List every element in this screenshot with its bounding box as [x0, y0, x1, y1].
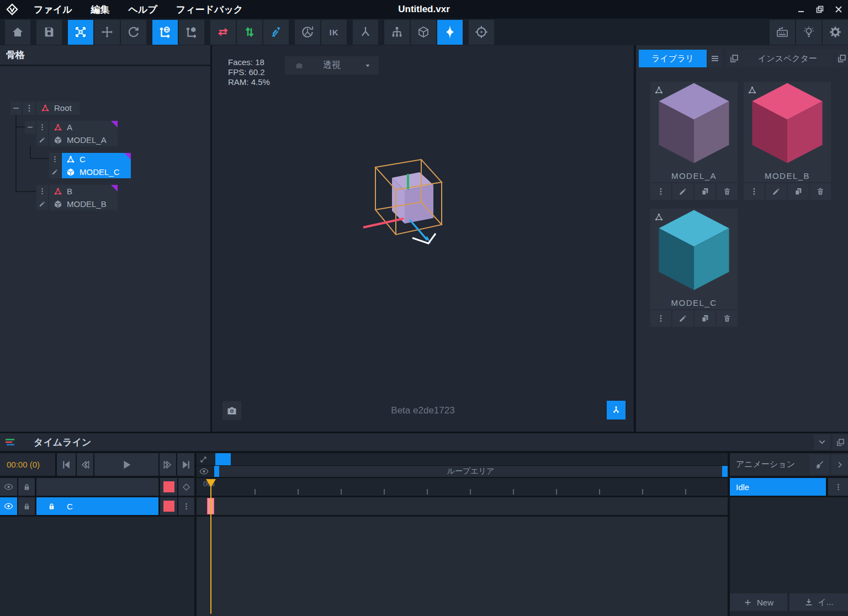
mirror-z-button[interactable] — [263, 20, 289, 45]
new-animation-button[interactable]: New — [730, 593, 787, 611]
master-track-color[interactable] — [160, 478, 177, 496]
menu-help[interactable]: ヘルプ — [119, 0, 167, 19]
inspector-popout-button[interactable] — [835, 50, 848, 67]
tree-node-c-selected[interactable]: C MODEL_C — [62, 153, 131, 178]
viewport-3d[interactable]: Faces: 18 FPS: 60.2 RAM: 4.5% 透視 Beta — [212, 45, 634, 432]
timeline-loop-track[interactable]: ループエリア — [197, 466, 729, 477]
master-track-name[interactable] — [36, 478, 158, 496]
tree-collapse-a[interactable] — [25, 121, 35, 134]
timeline-zoom-track[interactable] — [197, 453, 729, 465]
tree-drag-root[interactable] — [23, 102, 35, 115]
item-more-button[interactable] — [744, 183, 765, 200]
skip-to-start-button[interactable] — [57, 453, 76, 476]
animation-next-button[interactable] — [831, 454, 848, 475]
item-more-button[interactable] — [650, 183, 671, 200]
playhead-handle[interactable] — [206, 479, 216, 487]
global-axis-button[interactable] — [152, 20, 178, 45]
library-popout-button[interactable] — [727, 50, 741, 67]
wireframe-cube-button[interactable] — [411, 20, 436, 45]
item-duplicate-button[interactable] — [695, 183, 716, 200]
track-c-lane[interactable] — [197, 497, 729, 515]
loop-end-handle[interactable] — [722, 466, 728, 477]
previous-keyframe-button[interactable] — [77, 453, 93, 476]
tree-drag-a[interactable] — [36, 121, 48, 134]
item-edit-button[interactable] — [672, 310, 693, 327]
restore-button[interactable] — [810, 0, 829, 19]
library-item-model-c[interactable]: MODEL_C — [650, 208, 738, 327]
tree-drag-c[interactable] — [49, 153, 61, 166]
import-animation-button[interactable]: イ... — [789, 593, 848, 611]
item-delete-button[interactable] — [810, 183, 831, 200]
timeline-grid-empty[interactable] — [197, 517, 729, 616]
timeline-popout-button[interactable] — [833, 434, 848, 450]
move-tool-button[interactable] — [94, 20, 120, 45]
rig-button[interactable] — [384, 20, 410, 45]
camera-mode-dropdown[interactable]: 透視 — [285, 56, 379, 75]
track-c-color[interactable] — [160, 497, 177, 515]
target-button[interactable] — [469, 20, 494, 45]
tree-node-root[interactable]: Root — [36, 102, 80, 115]
import-animation-label: イ... — [818, 597, 834, 608]
local-axis-button[interactable] — [179, 20, 204, 45]
settings-button[interactable] — [823, 20, 848, 45]
tree-drag-b[interactable] — [36, 185, 48, 198]
master-visibility-toggle[interactable] — [0, 478, 17, 496]
item-edit-button[interactable] — [766, 183, 787, 200]
master-lock-toggle[interactable] — [18, 478, 35, 496]
next-keyframe-button[interactable] — [160, 453, 176, 476]
clip-more-button[interactable] — [828, 478, 848, 496]
menu-edit[interactable]: 編集 — [82, 0, 119, 19]
loop-start-handle[interactable] — [214, 466, 219, 477]
add-keyframe-button[interactable] — [178, 478, 194, 496]
save-button[interactable] — [36, 20, 62, 45]
item-duplicate-button[interactable] — [788, 183, 809, 200]
tree-edit-a[interactable] — [36, 134, 48, 146]
tab-library[interactable]: ライブラリ — [639, 50, 707, 67]
tree-edit-c[interactable] — [49, 166, 61, 178]
play-button[interactable] — [94, 453, 158, 476]
menu-file[interactable]: ファイル — [24, 0, 82, 19]
home-button[interactable] — [5, 20, 30, 45]
mirror-y-button[interactable] — [237, 20, 262, 45]
library-item-model-a[interactable]: MODEL_A — [650, 81, 738, 200]
tree-node-b[interactable]: B MODEL_B — [49, 185, 118, 210]
bone-node-icon — [54, 123, 62, 132]
animation-clip-idle[interactable]: Idle — [730, 478, 826, 496]
library-menu-button[interactable] — [708, 50, 722, 67]
tree-edit-b[interactable] — [36, 198, 48, 210]
menu-feedback[interactable]: フィードバック — [167, 0, 252, 19]
rotate-tool-button[interactable] — [121, 20, 146, 45]
show-skeleton-button[interactable] — [607, 401, 626, 419]
scale-tool-button[interactable] — [68, 20, 93, 45]
library-item-model-b[interactable]: MODEL_B — [744, 81, 831, 200]
tab-inspector[interactable]: インスペクター — [741, 50, 834, 67]
track-c-lock-toggle[interactable] — [18, 497, 35, 515]
close-button[interactable] — [829, 0, 848, 19]
keyboard-shortcuts-button[interactable] — [770, 20, 795, 45]
item-more-button[interactable] — [650, 310, 671, 327]
track-c-row[interactable]: C — [36, 497, 158, 515]
minimize-button[interactable] — [792, 0, 810, 19]
model-name-label: MODEL_C — [650, 298, 738, 307]
zoom-handle[interactable] — [215, 453, 231, 465]
timeline-ruler[interactable]: 00s — [197, 478, 729, 496]
timeline-collapse-button[interactable] — [814, 434, 830, 450]
skip-to-end-button[interactable] — [177, 453, 194, 476]
theme-light-button[interactable] — [796, 20, 822, 45]
track-c-visibility-toggle[interactable] — [0, 497, 17, 515]
orbit-reset-button[interactable] — [295, 20, 320, 45]
item-delete-button[interactable] — [717, 183, 738, 200]
tree-collapse-root[interactable] — [10, 102, 22, 115]
track-c-more-button[interactable] — [178, 497, 194, 515]
mirror-x-button[interactable] — [210, 20, 236, 45]
ik-tool-button[interactable]: IK — [321, 20, 347, 45]
tree-node-a[interactable]: A MODEL_A — [49, 121, 118, 146]
item-edit-button[interactable] — [672, 183, 693, 200]
mirror-z-icon — [269, 25, 283, 39]
item-delete-button[interactable] — [717, 310, 738, 327]
loop-area[interactable]: ループエリア — [219, 466, 722, 477]
clean-animation-button[interactable] — [809, 454, 829, 475]
sparkle-tool-button[interactable] — [437, 20, 463, 45]
item-duplicate-button[interactable] — [695, 310, 716, 327]
bone-tool-button[interactable] — [353, 20, 378, 45]
